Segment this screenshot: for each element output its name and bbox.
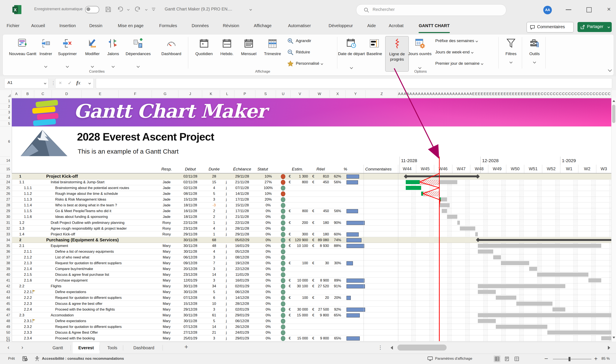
row-header-41[interactable]: 41 <box>0 277 10 283</box>
macro-record-icon[interactable] <box>22 356 28 362</box>
row-header-49[interactable]: 49 <box>0 324 10 330</box>
row-header-5[interactable]: 5 <box>0 121 10 127</box>
row-header-48[interactable]: 48 <box>0 318 10 324</box>
ribbon-button-jours-ouvres[interactable]: Jours ouvrés <box>408 36 431 71</box>
row-header-35[interactable]: 35 <box>0 243 10 249</box>
sheet-tab-gantt[interactable]: Gantt <box>45 342 70 353</box>
table-row[interactable]: 2.2.3Discuss & agree the best offerMary1… <box>12 301 611 307</box>
gantt-task-bar[interactable] <box>478 313 611 317</box>
row-header-40[interactable]: 40 <box>0 272 10 277</box>
ribbon-button-baseline[interactable]: Baseline <box>363 36 386 71</box>
vertical-scrollbar[interactable] <box>611 98 616 342</box>
cancel-icon[interactable]: × <box>59 80 62 86</box>
row-headers[interactable]: 1234561415232425262728293031323334353637… <box>0 98 12 342</box>
prev-sheet-arrow[interactable]: ‹ <box>7 344 9 351</box>
fx-dropdown-icon[interactable] <box>88 82 91 84</box>
table-row[interactable]: 1.1.6Ideas about funding & sponsoringJad… <box>12 214 611 220</box>
gantt-task-bar[interactable] <box>478 284 565 288</box>
comments-button[interactable]: Commentaires <box>527 22 574 32</box>
ribbon-tab-4[interactable]: Mise en page <box>118 23 144 28</box>
table-row[interactable]: 2.3.4Proceed with the bookingMary25/01/2… <box>12 335 611 341</box>
sheet-tab-tools[interactable]: Tools <box>102 342 123 353</box>
undo-icon[interactable] <box>117 6 123 13</box>
column-header-V[interactable]: V <box>291 90 309 98</box>
row-header-32[interactable]: 32 <box>0 226 10 231</box>
gantt-task-bar[interactable] <box>493 255 501 259</box>
normal-view-icon[interactable] <box>494 355 501 362</box>
scrollbar-thumb[interactable] <box>612 105 615 123</box>
ribbon-tab-6[interactable]: Données <box>192 23 209 28</box>
row-header-27[interactable]: 27 <box>0 196 10 202</box>
gantt-task-bar[interactable] <box>423 192 440 196</box>
column-header-U[interactable]: U <box>276 90 291 98</box>
ribbon-button-dashboard[interactable]: Dashboard <box>160 36 183 71</box>
ribbon-button-quotidien[interactable]: Quotidien <box>192 36 216 71</box>
zoom-slider-track[interactable] <box>553 359 591 359</box>
table-row[interactable]: 2.2FlightsMary30/11/2834j02/01/290%€30 1… <box>12 283 611 289</box>
sheet-tab-everest[interactable]: Everest <box>73 342 99 355</box>
ribbon-button-jalons[interactable]: Jalons <box>102 36 125 71</box>
gantt-task-bar[interactable] <box>421 192 423 196</box>
gantt-summary-bar[interactable] <box>406 175 478 177</box>
close-button[interactable]: × <box>607 6 611 13</box>
gantt-task-bar[interactable] <box>496 325 547 329</box>
gantt-task-bar[interactable] <box>478 319 496 323</box>
row-header-2[interactable]: 2 <box>0 104 10 109</box>
row-header-15[interactable]: 15 <box>0 165 10 173</box>
autosave-toggle[interactable] <box>85 6 99 13</box>
hscrollbar-thumb[interactable] <box>397 345 447 351</box>
table-row[interactable]: 2.3.1Define expectationsMary30/11/285j06… <box>12 318 611 324</box>
name-box-dropdown-icon[interactable] <box>44 82 46 84</box>
ribbon-tab-2[interactable]: Insertion <box>59 23 76 28</box>
table-row[interactable]: 1Project Kick-off02/11/282829/11/2810%€1… <box>12 173 611 180</box>
gantt-task-bar[interactable] <box>420 180 440 184</box>
quick-access-customize-icon[interactable] <box>151 7 156 12</box>
insert-function-icon[interactable]: fx <box>76 80 81 86</box>
column-header-A[interactable]: A <box>12 90 21 98</box>
gantt-task-bar[interactable] <box>537 273 589 277</box>
ribbon-button-personnalise[interactable]: Personnalisé <box>287 59 323 68</box>
row-header-1[interactable]: 1 <box>0 98 10 104</box>
ribbon-tab-1[interactable]: Accueil <box>31 23 45 28</box>
row-header-43[interactable]: 43 <box>0 289 10 295</box>
maximize-button[interactable] <box>587 7 592 13</box>
ribbon-tab-5[interactable]: Formules <box>159 23 177 28</box>
gantt-task-bar[interactable] <box>406 186 421 190</box>
table-row[interactable]: 1.1.1Brainstorming about the potential a… <box>12 185 611 191</box>
name-box[interactable]: A1 <box>4 78 49 89</box>
table-row[interactable]: 2.3AccomodationMary30/11/2861j29/01/290%… <box>12 312 611 318</box>
table-row[interactable]: 1.1.4Who is best at doing what in the te… <box>12 202 611 208</box>
gantt-task-bar[interactable] <box>529 267 537 271</box>
table-row[interactable]: 2.2.1Define expectationsMary30/11/285j06… <box>12 289 611 295</box>
row-header-30[interactable]: 30 <box>0 214 10 220</box>
share-button[interactable]: Partager <box>577 22 612 32</box>
table-row[interactable]: 1.2Draft Project Outline with preliminar… <box>12 220 611 226</box>
table-row[interactable]: 1.1.5Go & Meet People/Teams who did itJa… <box>12 208 611 214</box>
table-row[interactable]: 1.1.2Rough image about the time & schedu… <box>12 191 611 197</box>
gantt-task-bar[interactable] <box>460 226 475 231</box>
hscroll-left-arrow[interactable] <box>391 346 393 350</box>
row-header-38[interactable]: 38 <box>0 260 10 266</box>
gantt-task-bar[interactable] <box>475 232 478 236</box>
table-row[interactable]: 2.1.6Purchase equipmentMary12/01/293j16/… <box>12 277 611 284</box>
row-header-4[interactable]: 4 <box>0 115 10 121</box>
ribbon-tab-0[interactable]: Fichier <box>7 23 19 28</box>
row-header-46[interactable]: 46 <box>0 307 10 312</box>
row-header-6[interactable]: 6 <box>0 127 10 156</box>
row-header-45[interactable]: 45 <box>0 301 10 307</box>
ribbon-button-supprimer[interactable]: Supprimer <box>56 36 79 71</box>
ribbon-tab-3[interactable]: Dessin <box>89 23 102 28</box>
gantt-task-bar[interactable] <box>589 278 601 282</box>
collapse-ribbon-icon[interactable] <box>609 68 611 72</box>
ribbon-button-outils[interactable]: Outils <box>523 36 546 71</box>
column-header-F[interactable]: F <box>119 90 152 98</box>
next-sheet-arrow[interactable]: › <box>21 344 23 351</box>
column-header-narrow-columns[interactable]: AAAAAAAAAAAAAAAAAAAAAAAAAAEEEEEEEEEEEEEE… <box>398 90 611 98</box>
gantt-task-bar[interactable] <box>457 221 460 225</box>
row-header-3[interactable]: 3 <box>0 110 10 115</box>
formula-input[interactable] <box>96 78 612 89</box>
gantt-task-bar[interactable] <box>501 261 529 265</box>
table-row[interactable]: 2.3.2Request for quotation to different … <box>12 324 611 330</box>
ribbon-button-dependances[interactable]: Dépendances <box>127 36 150 71</box>
row-header-47[interactable]: 47 <box>0 312 10 318</box>
